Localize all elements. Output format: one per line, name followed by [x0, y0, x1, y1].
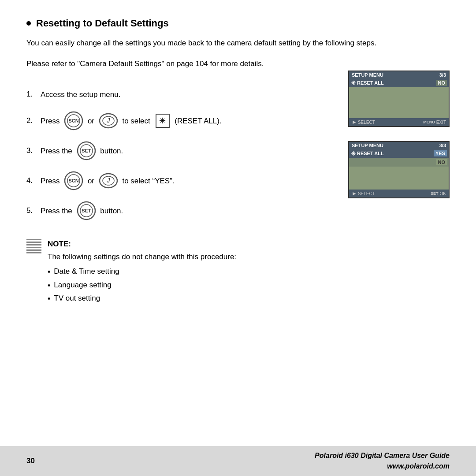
page-number: 30 [26, 457, 35, 465]
footer-title: Polaroid i630 Digital Camera User Guide … [315, 450, 450, 472]
step-4-press: Press [41, 175, 62, 187]
set-button-icon: SET [77, 141, 96, 160]
svg-text:SCN: SCN [69, 178, 79, 183]
lcd-2-no-value: NO [436, 159, 447, 165]
lcd-2-no-row: ✳ NO [349, 158, 449, 167]
note-section: NOTE: The following settings do not chan… [26, 238, 309, 306]
note-content: NOTE: The following settings do not chan… [48, 238, 236, 306]
step-2-to-select: to select [120, 115, 152, 127]
footer-title-line2: www.polaroid.com [315, 461, 450, 472]
lcd-2-reset-row: ✳ RESET ALL YES [349, 149, 449, 158]
step-1-number: 1. [26, 90, 41, 99]
lcd-2-header: SETUP MENU 3/3 [349, 142, 449, 149]
lcd-panel-2: SETUP MENU 3/3 ✳ RESET ALL YES ✳ NO [348, 141, 450, 198]
note-intro: The following settings do not change wit… [48, 253, 236, 261]
lcd-1-header: SETUP MENU 3/3 [349, 71, 449, 78]
step-2-or: or [86, 115, 97, 127]
lcd-1-header-left: SETUP MENU [352, 72, 383, 78]
step-5-press: Press the [41, 205, 74, 217]
reset-all-icon: ✳ [156, 114, 170, 128]
select-arrow-2-icon: ► [352, 190, 357, 197]
bullet-icon [26, 21, 31, 26]
lcd-1-reset-row: ✳ RESET ALL NO [349, 78, 449, 87]
lcd-1-row-value: NO [436, 80, 447, 86]
note-title: NOTE: [48, 240, 71, 248]
note-item-3: TV out setting [48, 292, 236, 306]
step-5: 5. Press the SET button. [26, 199, 300, 222]
lcd-2-row-label: ✳ RESET ALL [351, 150, 434, 157]
step-2-reset-label: (RESET ALL). [173, 115, 222, 127]
svg-text:J: J [106, 117, 110, 124]
lcd-1-footer: ► SELECT MENU EXIT [349, 118, 449, 126]
lcd-1-footer-left: ► SELECT [352, 119, 375, 125]
note-icon [26, 239, 41, 253]
lcd-panels: SETUP MENU 3/3 ✳ RESET ALL NO ► SELECT M… [348, 71, 450, 198]
scn-button-2-icon: SCN [64, 171, 83, 190]
step-2-number: 2. [26, 116, 41, 125]
step-1-text: Access the setup menu. [41, 89, 120, 100]
footer-title-line1: Polaroid i630 Digital Camera User Guide [315, 450, 450, 461]
note-item-1: Date & Time setting [48, 265, 236, 279]
step-3-text: Press the SET button. [41, 141, 123, 160]
page-footer: 30 Polaroid i630 Digital Camera User Gui… [0, 446, 476, 476]
svg-text:SCN: SCN [69, 118, 79, 123]
intro-paragraph: You can easily change all the settings y… [26, 37, 450, 49]
menu-label: MENU [423, 120, 435, 124]
lcd-1-row-label: ✳ RESET ALL [351, 80, 436, 86]
lcd-1-header-right: 3/3 [439, 72, 446, 78]
lcd-2-header-right: 3/3 [439, 143, 446, 148]
step-2: 2. Press SCN or J to select ✳ [26, 109, 300, 132]
section-title: Resetting to Default Settings [26, 18, 450, 29]
step-4-or: or [86, 175, 97, 187]
select-arrow-icon: ► [352, 119, 357, 125]
step-5-text: Press the SET button. [41, 201, 123, 220]
lcd-2-footer: ► SELECT SET OK [349, 190, 449, 197]
step-2-text: Press SCN or J to select ✳ (RESET A [41, 111, 222, 130]
note-bullets: Date & Time setting Language setting TV … [48, 265, 236, 306]
lcd-1-footer-right: MENU EXIT [423, 119, 446, 125]
lcd-2-yes-value: YES [434, 150, 447, 156]
svg-text:SET: SET [82, 148, 91, 153]
step-4-number: 4. [26, 176, 41, 185]
lcd-2-footer-right: SET OK [431, 190, 446, 197]
step-4-text: Press SCN or J to select “YES”. [41, 171, 175, 190]
set-label: SET [431, 191, 439, 196]
step-5-number: 5. [26, 206, 41, 215]
step-2-press: Press [41, 115, 62, 127]
step-3-press: Press the [41, 145, 74, 157]
note-item-2: Language setting [48, 279, 236, 293]
svg-text:J: J [106, 177, 110, 184]
refer-paragraph: Please refer to "Camera Default Settings… [26, 58, 450, 70]
step-4: 4. Press SCN or J to select “YES”. [26, 169, 300, 192]
arrow-button-2-icon: J [99, 171, 118, 190]
lcd-2-footer-left: ► SELECT [352, 190, 375, 197]
step-3-button: button. [98, 145, 123, 157]
step-5-button: button. [98, 205, 123, 217]
lcd-2-header-left: SETUP MENU [352, 143, 383, 148]
svg-text:SET: SET [82, 208, 91, 213]
step-3-number: 3. [26, 146, 41, 155]
set-button-2-icon: SET [77, 201, 96, 220]
step-3: 3. Press the SET button. [26, 139, 300, 162]
lcd-panel-1: SETUP MENU 3/3 ✳ RESET ALL NO ► SELECT M… [348, 71, 450, 127]
title-text: Resetting to Default Settings [36, 18, 169, 29]
scn-button-icon: SCN [64, 111, 83, 130]
steps-container: 1. Access the setup menu. 2. Press SCN o… [26, 83, 300, 226]
step-1: 1. Access the setup menu. [26, 83, 300, 106]
step-4-yes: to select “YES”. [120, 175, 175, 187]
arrow-button-icon: J [99, 111, 118, 130]
